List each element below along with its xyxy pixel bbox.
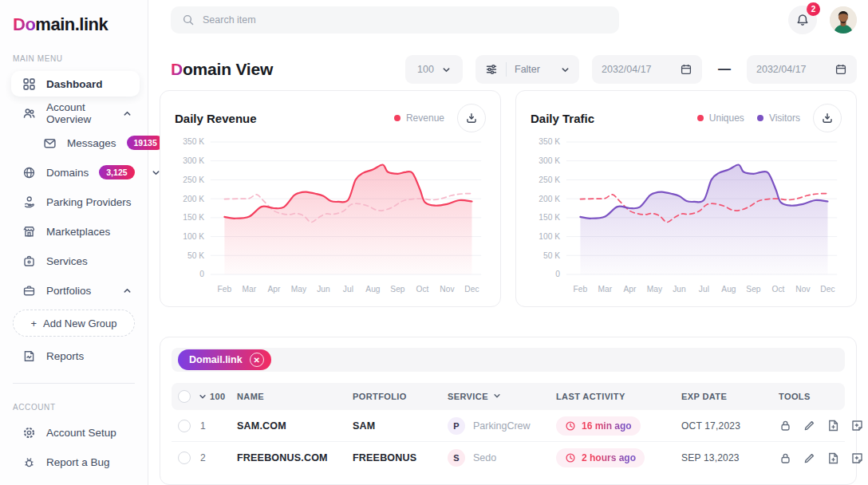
main-content: 2 Domain View 100 Falter (148, 0, 868, 485)
page-title: Domain View (171, 60, 273, 79)
sidebar-item-dashboard[interactable]: Dashboard (11, 71, 140, 97)
domain-name: FREEBONUS.COM (237, 452, 353, 463)
page-size-value: 100 (417, 64, 434, 75)
chevron-down-icon (561, 65, 570, 74)
sidebar-item-messages[interactable]: Messages 19135 (32, 130, 140, 156)
sidebar-item-account-overview[interactable]: Account Overview (11, 101, 140, 126)
table-header-service[interactable]: SERVICE (448, 392, 556, 401)
svg-text:200 K: 200 K (539, 195, 560, 203)
date-to-value: 2032/04/17 (756, 64, 807, 75)
date-from-picker[interactable]: 2032/04/17 (592, 55, 702, 84)
date-to-picker[interactable]: 2032/04/17 (747, 55, 857, 84)
bug-icon (22, 455, 36, 469)
domains-count-badge: 3,125 (99, 165, 134, 179)
close-icon[interactable]: ✕ (250, 353, 264, 367)
service-cell: P ParkingCrew (448, 417, 556, 435)
topbar-actions: 2 (788, 6, 857, 34)
download-icon (465, 112, 478, 124)
chevron-down-icon (199, 392, 207, 400)
page-title-accent: D (171, 60, 183, 78)
svg-text:Feb: Feb (574, 285, 588, 294)
store-icon (22, 225, 36, 239)
legend-item: Revenue (394, 112, 444, 124)
sidebar-item-marketplaces[interactable]: Marketplaces (11, 219, 140, 244)
page-head: Domain View 100 Falter 2032/04/17 (148, 39, 868, 84)
search-input[interactable] (203, 14, 608, 26)
main-menu-label: MAIN MENU (0, 54, 148, 63)
legend-label: Uniques (709, 112, 744, 124)
legend-item: Visitors (757, 112, 800, 124)
svg-text:300 K: 300 K (539, 156, 560, 165)
select-all-checkbox[interactable] (178, 390, 191, 403)
table-header-row: 100 NAME PORTFOLIO SERVICE LAST ACTIVITY… (172, 383, 845, 410)
search-bar[interactable] (171, 6, 619, 34)
sidebar-item-parking-providers[interactable]: Parking Providers (11, 189, 140, 215)
filter-dropdown[interactable]: Falter (475, 55, 579, 84)
svg-text:200 K: 200 K (183, 195, 204, 203)
filter-tag-chip[interactable]: Domail.link ✕ (178, 349, 271, 370)
edit-pencil-icon[interactable] (803, 451, 816, 465)
table-header-name: NAME (237, 392, 353, 401)
svg-text:350 K: 350 K (183, 137, 204, 146)
svg-text:Aug: Aug (721, 285, 736, 294)
sidebar-item-label: Portfolios (46, 285, 91, 297)
daily-trafic-card: Daily Trafic Uniques Visitors (515, 90, 857, 307)
svg-text:May: May (647, 285, 663, 294)
daily-trafic-chart: 350 K300 K250 K200 K150 K100 K50 K0FebMa… (531, 134, 842, 298)
filter-tag-bar: Domail.link ✕ (172, 348, 845, 372)
chevron-up-icon[interactable] (123, 286, 132, 295)
exp-date: OCT 17,2023 (681, 420, 779, 432)
brand-logo-rest: main.link (35, 14, 108, 34)
notifications-button[interactable]: 2 (788, 6, 817, 34)
filter-divider (506, 62, 507, 77)
row-checkbox[interactable] (178, 420, 191, 432)
svg-text:150 K: 150 K (539, 213, 560, 222)
file-plus-icon[interactable] (827, 419, 840, 432)
tools-cell (779, 451, 864, 465)
table-row: 1 SAM.COM SAM P ParkingCrew 16 min ago O… (172, 410, 845, 442)
chevron-down-icon (493, 392, 501, 401)
legend-item: Uniques (697, 112, 744, 124)
filter-label: Falter (515, 64, 553, 75)
chart-title: Daily Revenue (175, 112, 257, 125)
service-initial-badge: P (448, 417, 465, 435)
sidebar-item-report-a-bug[interactable]: Report a Bug (11, 449, 140, 475)
sidebar-item-services[interactable]: Services (11, 248, 140, 274)
download-icon (821, 112, 834, 124)
sidebar-item-domains[interactable]: Domains 3,125 (11, 160, 140, 185)
date-range-separator: — (718, 62, 731, 77)
row-number: 1 (199, 420, 237, 432)
svg-text:300 K: 300 K (183, 156, 204, 165)
table-header-count-value: 100 (210, 392, 226, 401)
svg-text:Sep: Sep (390, 285, 404, 294)
sidebar-item-portfolios[interactable]: Portfolios (11, 278, 140, 303)
lock-icon[interactable] (779, 451, 792, 465)
service-initial-badge: S (448, 449, 465, 467)
lock-icon[interactable] (779, 419, 792, 432)
chevron-up-icon[interactable] (123, 109, 132, 118)
service-name: Sedo (473, 452, 496, 463)
edit-pencil-icon[interactable] (803, 419, 816, 432)
download-button[interactable] (457, 104, 486, 132)
table-header-count[interactable]: 100 (199, 392, 237, 401)
sidebar-item-label: Parking Providers (46, 196, 132, 208)
sidebar: Domain.link MAIN MENU Dashboard Account … (0, 0, 148, 485)
note-plus-icon[interactable] (850, 419, 864, 432)
note-plus-icon[interactable] (850, 451, 864, 465)
sidebar-item-account-setup[interactable]: Account Setup (11, 420, 140, 445)
user-avatar[interactable] (830, 6, 857, 34)
report-icon (22, 349, 36, 363)
add-new-group-button[interactable]: + Add New Group (13, 310, 135, 337)
file-plus-icon[interactable] (827, 451, 840, 465)
table-header-portfolio: PORTFOLIO (353, 392, 448, 401)
svg-text:0: 0 (199, 270, 204, 278)
filter-tag-label: Domail.link (189, 354, 243, 365)
svg-text:Dec: Dec (464, 285, 479, 294)
daily-revenue-chart: 350 K300 K250 K200 K150 K100 K50 K0FebMa… (175, 134, 486, 298)
sidebar-item-reports[interactable]: Reports (11, 343, 140, 369)
row-checkbox[interactable] (178, 451, 191, 464)
page-size-select[interactable]: 100 (405, 55, 463, 84)
download-button[interactable] (813, 104, 842, 132)
brand-logo[interactable]: Domain.link (0, 11, 148, 35)
clock-icon (565, 420, 576, 432)
